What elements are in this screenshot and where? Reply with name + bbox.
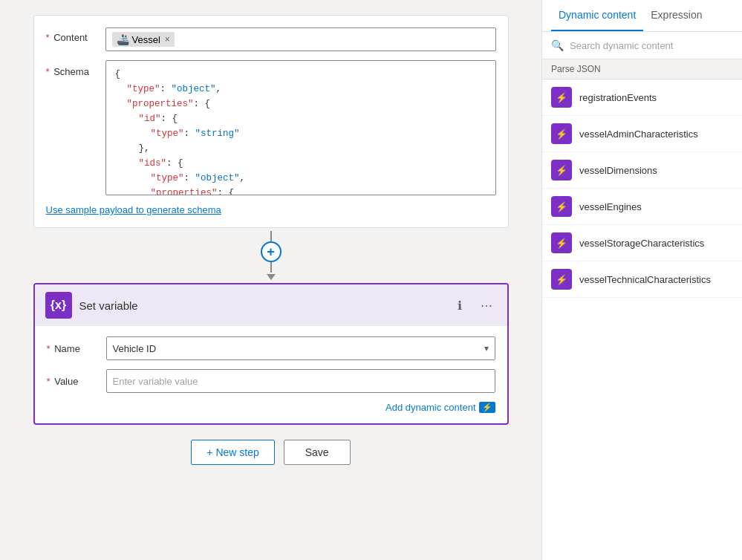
vessel-tag: 🚢 Vessel × <box>112 32 175 47</box>
item-label: vesselTechnicalCharacteristics <box>579 274 711 285</box>
panel-list-item[interactable]: ⚡ registrationEvents <box>542 79 742 116</box>
dynamic-badge: ⚡ <box>479 402 495 413</box>
schema-payload-link[interactable]: Use sample payload to generate schema <box>46 204 496 215</box>
name-label: * Name <box>47 343 106 354</box>
schema-line: "properties": { <box>151 186 486 195</box>
search-input[interactable] <box>570 40 733 51</box>
schema-editor[interactable]: { "type": "object", "properties": { "id"… <box>105 60 496 195</box>
sv-header: {x} Set variable ℹ ⋯ <box>35 284 507 326</box>
schema-line: { <box>115 67 486 82</box>
sv-title: Set variable <box>79 299 442 312</box>
connector-line-bottom <box>270 262 272 273</box>
add-dynamic-row: Add dynamic content ⚡ <box>47 402 495 413</box>
item-label: registrationEvents <box>579 92 657 103</box>
panel-list-item[interactable]: ⚡ vesselDimensions <box>542 152 742 189</box>
item-icon: ⚡ <box>556 274 567 285</box>
item-label: vesselStorageCharacteristics <box>579 238 704 249</box>
value-field-row: * Value <box>47 369 495 393</box>
save-button[interactable]: Save <box>284 440 351 465</box>
sv-icon-label: {x} <box>51 299 66 312</box>
sv-actions: ℹ ⋯ <box>449 295 497 316</box>
right-panel: Dynamic content Expression 🔍 Parse JSON … <box>541 0 742 560</box>
parse-json-card: * Content 🚢 Vessel × * Schema { "type": <box>33 15 509 228</box>
schema-line: "type": "string" <box>151 126 486 141</box>
value-input[interactable] <box>106 369 495 393</box>
item-icon-box: ⚡ <box>551 160 572 180</box>
schema-line: }, <box>139 141 486 156</box>
new-step-button[interactable]: + New step <box>191 440 274 465</box>
panel-list-item[interactable]: ⚡ vesselTechnicalCharacteristics <box>542 261 742 298</box>
name-value: Vehicle ID <box>113 343 157 354</box>
dropdown-arrow-icon: ▾ <box>484 343 489 354</box>
parse-json-section-header: Parse JSON <box>542 59 742 79</box>
schema-label: * Schema <box>46 60 105 77</box>
item-label: vesselEngines <box>579 201 642 212</box>
set-variable-card: {x} Set variable ℹ ⋯ * Name Vehicle ID ▾ <box>33 283 509 425</box>
vessel-icon: 🚢 <box>117 33 129 45</box>
bottom-actions: + New step Save <box>191 440 350 465</box>
search-icon: 🔍 <box>551 39 564 51</box>
schema-content: { "type": "object", "properties": { "id"… <box>106 61 495 195</box>
sv-icon: {x} <box>45 292 72 319</box>
schema-line: "id": { <box>139 111 486 126</box>
item-icon-box: ⚡ <box>551 196 572 217</box>
vessel-tag-close[interactable]: × <box>165 34 170 45</box>
item-icon-box: ⚡ <box>551 232 572 253</box>
schema-row: * Schema { "type": "object", "properties… <box>46 60 496 195</box>
add-dynamic-label: Add dynamic content <box>385 402 475 413</box>
item-icon-box: ⚡ <box>551 269 572 290</box>
item-icon: ⚡ <box>556 165 567 176</box>
content-label: * Content <box>46 27 105 43</box>
item-icon: ⚡ <box>556 201 567 212</box>
item-label: vesselAdminCharacteristics <box>579 128 698 140</box>
content-field[interactable]: 🚢 Vessel × <box>105 27 496 51</box>
sv-body: * Name Vehicle ID ▾ * Value Add d <box>35 326 507 423</box>
panel-list-item[interactable]: ⚡ vesselAdminCharacteristics <box>542 116 742 152</box>
info-button[interactable]: ℹ <box>449 295 470 316</box>
name-field-row: * Name Vehicle ID ▾ <box>47 336 495 360</box>
schema-line: "type": "object", <box>151 171 486 186</box>
name-dropdown[interactable]: Vehicle ID ▾ <box>106 336 495 360</box>
connector-line-top <box>270 231 272 241</box>
add-step-circle[interactable]: + <box>261 241 281 262</box>
content-row: * Content 🚢 Vessel × <box>46 27 496 51</box>
more-options-button[interactable]: ⋯ <box>476 295 497 316</box>
schema-line: "ids": { <box>139 156 486 171</box>
add-dynamic-button[interactable]: Add dynamic content ⚡ <box>385 402 495 413</box>
connector-arrow <box>267 274 276 280</box>
item-icon: ⚡ <box>556 92 567 103</box>
item-icon: ⚡ <box>556 238 567 249</box>
panel-items-list: ⚡ registrationEvents ⚡ vesselAdminCharac… <box>542 79 742 560</box>
panel-list-item[interactable]: ⚡ vesselEngines <box>542 189 742 225</box>
vessel-tag-label: Vessel <box>132 34 160 45</box>
item-icon-box: ⚡ <box>551 123 572 144</box>
item-icon-box: ⚡ <box>551 87 572 108</box>
panel-list-item[interactable]: ⚡ vesselStorageCharacteristics <box>542 225 742 261</box>
schema-line: "properties": { <box>127 97 486 111</box>
tab-dynamic-content[interactable]: Dynamic content <box>551 0 643 31</box>
schema-line: "type": "object", <box>127 82 486 97</box>
panel-search-bar: 🔍 <box>542 32 742 59</box>
panel-tabs: Dynamic content Expression <box>542 0 742 32</box>
item-label: vesselDimensions <box>579 165 657 176</box>
connector: + <box>261 231 281 280</box>
tab-expression[interactable]: Expression <box>643 0 709 31</box>
value-label: * Value <box>47 376 106 387</box>
item-icon: ⚡ <box>556 128 567 140</box>
